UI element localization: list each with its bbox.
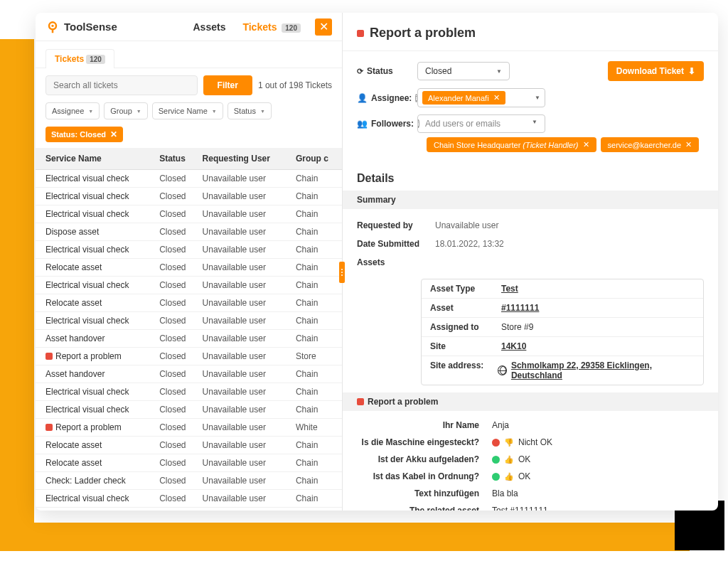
table-row[interactable]: Check: Ladder checkClosedUnavailable use… [36, 472, 342, 490]
result-count: 1 out of 198 Tickets [258, 80, 332, 90]
cell-requesting-user: Unavailable user [198, 312, 291, 330]
table-row[interactable]: Electrical visual checkClosedUnavailable… [36, 312, 342, 330]
cell-status: Closed [155, 490, 198, 508]
cell-status: Closed [155, 294, 198, 312]
table-row[interactable]: Electrical visual checkClosedUnavailable… [36, 383, 342, 401]
table-row[interactable]: Relocate assetClosedUnavailable userChai… [36, 508, 342, 511]
chip-remove-icon[interactable]: ✕ [493, 93, 500, 102]
search-input[interactable] [46, 75, 198, 95]
ticket-detail-pane: Report a problem ⟳Status Closed Download… [343, 13, 718, 511]
logo-icon [46, 20, 60, 34]
site-label: Site [430, 341, 501, 351]
status-dot-green [492, 456, 500, 464]
cell-group: Chain [291, 205, 342, 223]
dd-service-name[interactable]: Service Name [152, 102, 223, 119]
chip-remove-icon[interactable]: ✕ [685, 140, 692, 149]
assignee-chip[interactable]: Alexander Manafi✕ [422, 91, 505, 105]
cell-group: Chain [291, 241, 342, 259]
cell-requesting-user: Unavailable user [198, 223, 291, 241]
cell-status: Closed [155, 312, 198, 330]
svg-point-1 [51, 24, 53, 26]
cell-service-name: Asset handover [46, 369, 105, 379]
table-row[interactable]: Electrical visual checkClosedUnavailable… [36, 490, 342, 508]
cell-group: Chain [291, 401, 342, 419]
table-row[interactable]: Electrical visual checkClosedUnavailable… [36, 241, 342, 259]
close-icon[interactable]: ✕ [315, 18, 332, 36]
form-q2-label: Ist der Akku aufgeladen? [357, 454, 492, 464]
cell-service-name: Electrical visual check [46, 316, 129, 326]
col-service-name[interactable]: Service Name [36, 148, 155, 170]
cell-group: Chain [291, 437, 342, 454]
form-text-label: Text hinzufügen [357, 488, 492, 498]
follower-tag[interactable]: service@kaercher.de✕ [601, 137, 700, 152]
cell-service-name: Electrical visual check [46, 245, 129, 255]
brand-logo[interactable]: ToolSense [46, 20, 117, 34]
cell-status: Closed [155, 419, 198, 437]
follower-tags: Chain Store Headquarter (Ticket Handler)… [427, 137, 704, 152]
cell-requesting-user: Unavailable user [198, 241, 291, 259]
cell-group: Chain [291, 223, 342, 241]
cell-group: Chain [291, 472, 342, 490]
col-status[interactable]: Status [155, 148, 198, 170]
dd-group[interactable]: Group [104, 102, 148, 119]
form-name-label: Ihr Name [357, 420, 492, 430]
table-header-row: Service Name Status Requesting User Grou… [36, 148, 342, 170]
filter-chip-status[interactable]: Status: Closed ✕ [46, 127, 123, 142]
col-requesting-user[interactable]: Requesting User [198, 148, 291, 170]
cell-group: Chain [291, 188, 342, 205]
assignee-select[interactable]: Alexander Manafi✕ [417, 88, 545, 107]
nav-tickets[interactable]: Tickets 120 [234, 21, 309, 33]
table-row[interactable]: Electrical visual checkClosedUnavailable… [36, 401, 342, 419]
site-value[interactable]: 14K10 [501, 341, 526, 351]
cell-status: Closed [155, 401, 198, 419]
problem-icon [357, 30, 364, 37]
status-select[interactable]: Closed [417, 62, 510, 80]
site-address-value[interactable]: Schmolkamp 22, 29358 Eicklingen, Deutsch… [498, 360, 695, 380]
cell-group: Chain [291, 259, 342, 277]
tab-tickets[interactable]: Tickets 120 [46, 49, 114, 68]
table-row[interactable]: Asset handoverClosedUnavailable userChai… [36, 365, 342, 383]
filter-button[interactable]: Filter [203, 75, 252, 95]
form-section-heading: Report a problem [343, 392, 718, 411]
table-row[interactable]: Report a problemClosedUnavailable userSt… [36, 348, 342, 365]
cell-status: Closed [155, 330, 198, 348]
chip-remove-icon[interactable]: ✕ [110, 129, 117, 139]
chip-label: Status: Closed [51, 130, 106, 139]
table-row[interactable]: Electrical visual checkClosedUnavailable… [36, 188, 342, 205]
cell-service-name: Asset handover [46, 333, 105, 343]
form-q3-label: Ist das Kabel in Ordnung? [357, 471, 492, 481]
cell-group: Chain [291, 508, 342, 511]
meta-section: ⟳Status Closed Download Ticket⬇ 👤Assigne… [343, 51, 718, 162]
table-row[interactable]: Electrical visual checkClosedUnavailable… [36, 205, 342, 223]
follower-tag[interactable]: Chain Store Headquarter (Ticket Handler)… [427, 137, 596, 152]
summary-heading: Summary [343, 191, 718, 209]
table-row[interactable]: Dispose assetClosedUnavailable userChain [36, 223, 342, 241]
dd-assignee[interactable]: Assignee [46, 102, 100, 119]
asset-value[interactable]: #1111111 [501, 303, 539, 313]
cell-requesting-user: Unavailable user [198, 259, 291, 277]
cell-group: Chain [291, 294, 342, 312]
cell-requesting-user: Unavailable user [198, 294, 291, 312]
table-row[interactable]: Relocate assetClosedUnavailable userChai… [36, 437, 342, 454]
table-row[interactable]: Relocate assetClosedUnavailable userChai… [36, 294, 342, 312]
followers-input[interactable]: Add users or emails [417, 114, 545, 133]
cell-status: Closed [155, 223, 198, 241]
table-row[interactable]: Electrical visual checkClosedUnavailable… [36, 277, 342, 294]
asset-type-value[interactable]: Test [501, 284, 518, 294]
date-submitted-value: 18.01.2022, 13:32 [435, 239, 504, 249]
chip-remove-icon[interactable]: ✕ [583, 140, 589, 149]
col-group[interactable]: Group c [291, 148, 342, 170]
table-row[interactable]: Asset handoverClosedUnavailable userChai… [36, 330, 342, 348]
cell-requesting-user: Unavailable user [198, 330, 291, 348]
table-row[interactable]: Report a problemClosedUnavailable userWh… [36, 419, 342, 437]
table-row[interactable]: Relocate assetClosedUnavailable userChai… [36, 259, 342, 277]
pane-resize-handle[interactable] [339, 262, 345, 283]
dd-status[interactable]: Status [228, 102, 272, 119]
table-row[interactable]: Relocate assetClosedUnavailable userChai… [36, 454, 342, 472]
cell-group: White [291, 419, 342, 437]
download-ticket-button[interactable]: Download Ticket⬇ [608, 61, 704, 81]
bg-accent-bottom [0, 523, 690, 551]
nav-assets[interactable]: Assets [185, 21, 235, 33]
table-row[interactable]: Electrical visual checkClosedUnavailable… [36, 170, 342, 188]
cell-service-name: Check: Ladder check [46, 476, 126, 486]
